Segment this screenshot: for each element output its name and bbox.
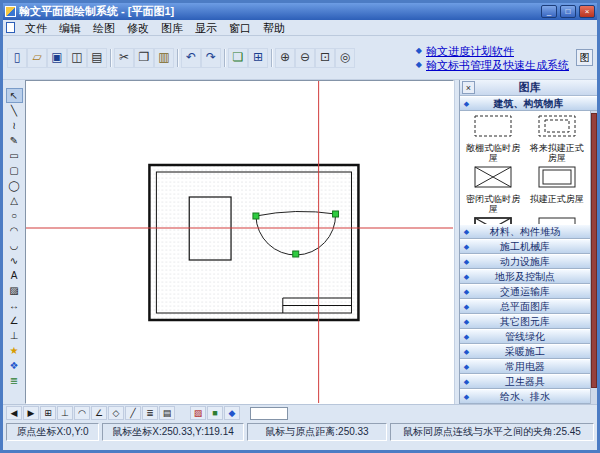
library-item[interactable]: 将来拟建正式房屋 [526, 113, 589, 163]
app-icon [5, 6, 16, 17]
tool-rounded-rectangle-button[interactable]: ▢ [6, 163, 23, 178]
grip-handle[interactable] [253, 213, 259, 219]
link-row: ◆ 翰文进度计划软件 [416, 45, 569, 57]
menu-item[interactable]: 显示 [189, 21, 223, 35]
diamond-mode-button[interactable]: ◇ [108, 406, 124, 420]
grip-handle[interactable] [293, 251, 299, 257]
library-section-header[interactable]: ◆ 建筑、构筑物库 [460, 96, 597, 111]
copy-button[interactable]: ❐ [134, 48, 154, 68]
tool-rectangle-button[interactable]: ▭ [6, 148, 23, 163]
tool-text-button[interactable]: A [6, 268, 23, 283]
grip-handle[interactable] [333, 211, 339, 217]
tool-node-button[interactable]: ⊥ [6, 328, 23, 343]
tool-wave-button[interactable]: ∿ [6, 253, 23, 268]
layer-grid-button[interactable]: ❏ [228, 48, 248, 68]
tool-hatch-button[interactable]: ▨ [6, 283, 23, 298]
zoom-out-button[interactable]: ⊖ [295, 48, 315, 68]
category-label: 给水、排水 [473, 390, 577, 403]
library-item[interactable]: 拟建正式房屋 [526, 164, 589, 214]
tool-arc-button[interactable]: ◠ [6, 223, 23, 238]
pan-right-button[interactable]: ▶ [23, 406, 39, 420]
line-mode-button[interactable]: ╱ [125, 406, 141, 420]
tool-curve-button[interactable]: ◡ [6, 238, 23, 253]
library-item[interactable] [526, 215, 589, 224]
maximize-button[interactable]: □ [560, 5, 576, 18]
list-mode-button[interactable]: ≣ [142, 406, 158, 420]
zoom-in-button[interactable]: ⊕ [275, 48, 295, 68]
library-category[interactable]: ◆地形及控制点 [460, 269, 590, 284]
canvas-svg[interactable] [26, 81, 453, 403]
toolbar-separator [271, 49, 272, 67]
menu-item[interactable]: 绘图 [87, 21, 121, 35]
green-marker-button[interactable]: ■ [207, 406, 223, 420]
tool-layers-button[interactable]: ≣ [6, 373, 23, 388]
library-category[interactable]: ◆总平面图库 [460, 299, 590, 314]
blue-marker-button[interactable]: ◆ [224, 406, 240, 420]
library-category[interactable]: ◆采暖施工 [460, 344, 590, 359]
tool-polyline-button[interactable]: ≀ [6, 118, 23, 133]
library-item[interactable]: 敞棚式临时房屋 [462, 113, 525, 163]
category-label: 材料、构件堆场 [473, 225, 577, 238]
print-button[interactable]: ▤ [87, 48, 107, 68]
tool-block-button[interactable]: ❖ [6, 358, 23, 373]
category-label: 施工机械库 [473, 240, 577, 253]
snap-grid-button[interactable]: ⊞ [248, 48, 268, 68]
paste-button[interactable]: ▥ [154, 48, 174, 68]
undo-button[interactable]: ↶ [181, 48, 201, 68]
link-progress-software[interactable]: 翰文进度计划软件 [426, 45, 514, 57]
cut-button[interactable]: ✂ [114, 48, 134, 68]
tool-dimension-button[interactable]: ↔ [6, 298, 23, 313]
close-button[interactable]: × [579, 5, 595, 18]
panel-scrollbar-thumb[interactable] [591, 113, 597, 388]
snap-button[interactable]: ⊞ [40, 406, 56, 420]
library-category[interactable]: ◆管线绿化 [460, 329, 590, 344]
tool-polygon-button[interactable]: △ [6, 193, 23, 208]
tool-freehand-button[interactable]: ✎ [6, 133, 23, 148]
library-category[interactable]: ◆交通运输库 [460, 284, 590, 299]
tool-circle-button[interactable]: ○ [6, 208, 23, 223]
pan-left-button[interactable]: ◀ [6, 406, 22, 420]
menu-item[interactable]: 编辑 [53, 21, 87, 35]
open-button[interactable]: ▱ [27, 48, 47, 68]
library-item[interactable] [462, 215, 525, 224]
library-category[interactable]: ◆给水、排水 [460, 389, 590, 404]
new-button[interactable]: ▯ [7, 48, 27, 68]
library-category[interactable]: ◆动力设施库 [460, 254, 590, 269]
save-button[interactable]: ▣ [47, 48, 67, 68]
menu-item[interactable]: 窗口 [223, 21, 257, 35]
library-category[interactable]: ◆材料、构件堆场 [460, 224, 590, 239]
coordinate-input[interactable] [250, 407, 288, 420]
menu-item[interactable]: 文件 [19, 21, 53, 35]
library-item-label: 密闭式临时房屋 [462, 194, 525, 214]
link-bid-software[interactable]: 翰文标书管理及快速生成系统 [426, 59, 569, 71]
redo-button[interactable]: ↷ [201, 48, 221, 68]
library-category[interactable]: ◆卫生器具 [460, 374, 590, 389]
arc-mode-button[interactable]: ◠ [74, 406, 90, 420]
red-marker-button[interactable]: ▨ [190, 406, 206, 420]
library-category[interactable]: ◆常用电器 [460, 359, 590, 374]
library-category[interactable]: ◆施工机械库 [460, 239, 590, 254]
tool-select-button[interactable]: ↖ [6, 88, 23, 103]
tool-flash-button[interactable]: ★ [6, 343, 23, 358]
menu-item[interactable]: 图库 [155, 21, 189, 35]
ortho-button[interactable]: ⊥ [57, 406, 73, 420]
minimize-button[interactable]: _ [541, 5, 557, 18]
drawing-canvas[interactable] [25, 80, 454, 404]
menu-item[interactable]: 帮助 [257, 21, 291, 35]
angle-mode-button[interactable]: ∠ [91, 406, 107, 420]
print-preview-button[interactable]: ◫ [67, 48, 87, 68]
tool-ellipse-button[interactable]: ◯ [6, 178, 23, 193]
category-label: 其它图元库 [473, 315, 577, 328]
library-category[interactable]: ◆其它图元库 [460, 314, 590, 329]
zoom-window-button[interactable]: ⊡ [315, 48, 335, 68]
map-button[interactable]: 图 [576, 49, 593, 66]
panel-scrollbar[interactable] [590, 111, 597, 404]
tool-line-button[interactable]: ╲ [6, 103, 23, 118]
section-label: 建筑、构筑物库 [473, 97, 584, 110]
zoom-extents-button[interactable]: ◎ [335, 48, 355, 68]
panel-close-button[interactable]: × [462, 81, 475, 94]
menu-item[interactable]: 修改 [121, 21, 155, 35]
library-item[interactable]: 密闭式临时房屋 [462, 164, 525, 214]
tool-angle-button[interactable]: ∠ [6, 313, 23, 328]
layer-mode-button[interactable]: ▤ [159, 406, 175, 420]
